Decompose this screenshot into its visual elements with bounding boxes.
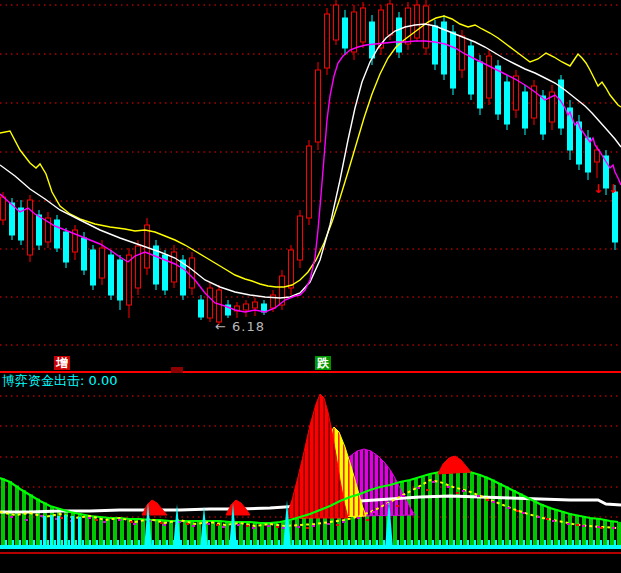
indicator-bar [533, 501, 537, 549]
cyan-stub [75, 540, 77, 545]
cyan-stub [117, 540, 119, 545]
indicator-bar [540, 504, 544, 548]
cyan-stub [523, 540, 525, 545]
sell-arrow-icon: ↓ [608, 182, 618, 196]
magenta-dot [118, 519, 121, 521]
indicator-bar [617, 522, 621, 548]
bottom-axis-line [0, 552, 621, 554]
magenta-dot [567, 523, 570, 525]
cyan-column [43, 516, 46, 548]
cyan-stub [614, 540, 616, 545]
indicator-bar [484, 477, 488, 548]
candle-body [334, 5, 339, 40]
indicator-bar [456, 470, 460, 548]
cyan-stub [250, 540, 252, 545]
indicator-bar [463, 471, 467, 548]
cyan-stub [222, 540, 224, 545]
indicator-bar [589, 518, 593, 548]
candle-body [505, 82, 510, 124]
low-price-marker: ← 6.18 [215, 320, 265, 333]
red-dot [426, 489, 429, 491]
candle-body [289, 250, 294, 288]
red-dot [95, 519, 98, 521]
candle-body [415, 5, 420, 38]
magenta-dot [462, 490, 465, 492]
cyan-stub [432, 540, 434, 545]
magenta-dot [522, 512, 525, 514]
indicator-bar [309, 514, 313, 548]
candle-body [523, 92, 528, 128]
red-blob [142, 500, 167, 515]
indicator-bar [547, 507, 551, 548]
cyan-stub [327, 540, 329, 545]
cyan-stub [397, 540, 399, 545]
magenta-dot [10, 516, 13, 518]
cyan-stub [271, 540, 273, 545]
cyan-stub [306, 540, 308, 545]
candle-body [136, 246, 141, 288]
cyan-stub [453, 540, 455, 545]
cyan-stub [12, 540, 14, 545]
red-dot [186, 523, 189, 525]
cyan-stub [40, 540, 42, 545]
cyan-stub [481, 540, 483, 545]
cyan-stub [33, 540, 35, 545]
indicator-bar [169, 521, 173, 548]
indicator-bar [603, 520, 607, 548]
indicator-bar [15, 486, 19, 549]
candle-body [118, 260, 123, 300]
cyan-stub [593, 540, 595, 545]
indicator-bar [554, 509, 558, 548]
kline-panel[interactable]: ↓↓ [0, 0, 621, 325]
cyan-stub [586, 540, 588, 545]
cyan-stub [460, 540, 462, 545]
indicator-bar [491, 480, 495, 549]
cyan-stub [82, 540, 84, 545]
red-dot [486, 499, 489, 501]
magenta-dot [207, 523, 210, 525]
magenta-dot [432, 481, 435, 483]
cyan-stub [299, 540, 301, 545]
candle-body [343, 18, 348, 48]
candle-body [253, 302, 258, 308]
magenta-dot [297, 526, 300, 528]
stock-chart-canvas[interactable]: ↓↓ [0, 0, 621, 573]
candle-body [541, 96, 546, 134]
cyan-stub [474, 540, 476, 545]
candle-body [91, 250, 96, 285]
red-dot [336, 524, 339, 526]
magenta-dot [507, 507, 510, 509]
candle-body [370, 22, 375, 58]
cyan-column [78, 517, 81, 548]
candle-body [109, 255, 114, 295]
indicator-title[interactable]: 博弈资金出击: 0.00 [2, 374, 117, 387]
indicator-bar [596, 519, 600, 548]
cyan-stub [26, 540, 28, 545]
indicator-bar [183, 521, 187, 548]
cyan-stub [166, 540, 168, 545]
candle-body [127, 255, 132, 305]
indicator-bar [260, 523, 264, 548]
indicator-bar [127, 519, 131, 548]
magenta-dot [192, 525, 195, 527]
red-dot [160, 522, 163, 524]
magenta-dot [282, 527, 285, 529]
cyan-stub [187, 540, 189, 545]
candle-body [316, 70, 321, 142]
magenta-dot [163, 524, 166, 526]
indicator-bar [519, 494, 523, 549]
cyan-stub [446, 540, 448, 545]
separator-tick [171, 367, 183, 373]
indicator-panel[interactable] [0, 394, 621, 549]
candle-body [352, 12, 357, 52]
magenta-dot [267, 525, 270, 527]
cyan-stub [61, 540, 63, 545]
cyan-stub [320, 540, 322, 545]
indicator-bar [302, 516, 306, 548]
cyan-stub [537, 540, 539, 545]
red-dot [276, 526, 279, 528]
candle-body [433, 26, 438, 64]
indicator-bar [470, 472, 474, 548]
candle-body [55, 220, 60, 248]
magenta-dot [447, 486, 450, 488]
